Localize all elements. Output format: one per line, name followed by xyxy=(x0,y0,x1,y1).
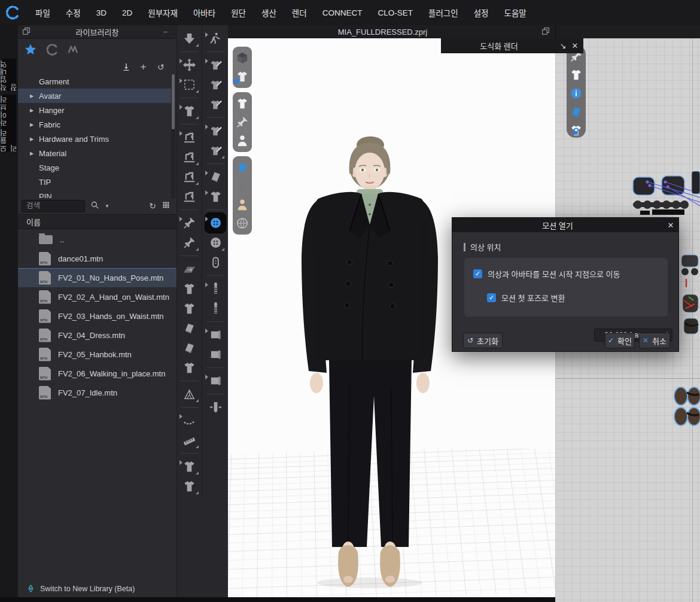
switch-library-link[interactable]: Switch to New Library (Beta) xyxy=(18,580,176,597)
drape-fabric-tool[interactable] xyxy=(179,318,200,338)
tree-item[interactable]: ▶Avatar xyxy=(18,89,171,103)
tab-modular-library[interactable]: 모듈러 라이브러리 xyxy=(2,95,16,152)
move-to-start-checkbox[interactable]: ✓ xyxy=(473,269,482,278)
library-tree-scrollbar[interactable] xyxy=(171,74,175,198)
file-row[interactable]: MTNFV2_01_No_Hands_Pose.mtn xyxy=(18,268,176,287)
tape-measure-tool[interactable] xyxy=(179,411,200,430)
dialog-titlebar[interactable]: 모션 열기 ✕ xyxy=(452,218,678,232)
tree-expand-icon[interactable]: ▶ xyxy=(30,136,38,142)
zipper-edit-tool[interactable] xyxy=(205,299,226,318)
project-titlebar[interactable]: MIA_FULLDRESSED.zprj xyxy=(228,25,555,38)
file-row[interactable]: MTNFV2_07_Idle.mtn xyxy=(18,383,176,402)
ruler-measure-tool[interactable] xyxy=(179,430,200,450)
tree-item[interactable]: ▶Material xyxy=(18,146,171,160)
fit-garment-tool[interactable] xyxy=(179,358,200,378)
pattern-cluster-annotated[interactable] xyxy=(680,251,700,347)
sew-garment-3-tool[interactable] xyxy=(205,121,226,141)
render-style-toggle[interactable] xyxy=(236,51,249,65)
show-garment-toggle[interactable] xyxy=(236,97,249,110)
file-row[interactable]: MTNdance01.mtn xyxy=(18,249,176,268)
fabric-roll-c-tool[interactable] xyxy=(205,371,226,391)
tree-item[interactable]: ▶Fabric xyxy=(18,117,171,132)
sew-garment-1-tool[interactable] xyxy=(205,75,226,95)
tree-expand-icon[interactable]: ▶ xyxy=(30,151,38,156)
pin-tack-tool[interactable] xyxy=(179,213,200,233)
menu-item-0[interactable]: 파일 xyxy=(28,3,58,22)
tree-expand-icon[interactable]: ▶ xyxy=(30,108,38,113)
avatar-3d[interactable] xyxy=(294,135,451,591)
menu-item-11[interactable]: 플러그인 xyxy=(421,3,466,22)
steamer-tool[interactable] xyxy=(205,397,226,417)
garment-jacket-tool[interactable] xyxy=(179,279,200,299)
download-library-icon[interactable] xyxy=(121,62,131,72)
menu-item-9[interactable]: CONNECT xyxy=(315,5,370,21)
drape-reset-tool[interactable] xyxy=(179,338,200,358)
file-row[interactable]: MTNFV2_04_Dress.mtn xyxy=(18,326,176,345)
search-input[interactable] xyxy=(22,200,85,212)
fabric-transfer-tool[interactable] xyxy=(205,167,226,187)
collapse-panel-icon[interactable]: ← xyxy=(162,26,173,37)
button-place-tool[interactable] xyxy=(205,213,226,233)
select-move-tool[interactable] xyxy=(179,55,200,75)
tree-item[interactable]: ▶Hanger xyxy=(18,103,171,117)
dialog-close-icon[interactable]: ✕ xyxy=(663,221,678,230)
texture-checker-tool[interactable] xyxy=(205,187,226,206)
zipper-draw-tool[interactable] xyxy=(205,279,226,299)
refresh-icon[interactable]: ↻ xyxy=(149,201,156,211)
file-row[interactable]: MTNFV2_02_A_Hand_on_Waist.mtn xyxy=(18,287,176,306)
tab-history-window[interactable]: 작업내역창 xyxy=(2,59,16,91)
tree-expand-icon[interactable]: ▶ xyxy=(30,93,38,99)
sew-edit-tool[interactable] xyxy=(205,55,226,75)
free-sewing-tool[interactable] xyxy=(179,147,200,167)
menu-item-1[interactable]: 수정 xyxy=(58,3,89,22)
reset-button[interactable]: ↺ 초기화 xyxy=(463,333,503,348)
motion-walk-tool[interactable] xyxy=(205,29,226,48)
show-avatar-toggle[interactable] xyxy=(236,134,249,147)
dock-panel-icon[interactable]: ↘ xyxy=(557,41,569,50)
favorites-tab-star-icon[interactable] xyxy=(24,43,37,56)
file-row[interactable]: MTNFV2_06_Walking_in_place.mtn xyxy=(18,364,176,383)
ok-button[interactable]: ✓ 확인 xyxy=(605,333,635,348)
tree-item[interactable]: PIN xyxy=(18,189,171,198)
menu-item-3[interactable]: 2D xyxy=(114,5,140,21)
pattern-cluster-selected[interactable] xyxy=(629,171,700,217)
fabric-front-view-toggle[interactable] xyxy=(236,161,249,174)
menu-item-13[interactable]: 도움말 xyxy=(497,3,534,22)
file-row[interactable]: MTNFV2_05_Hanbok.mtn xyxy=(18,345,176,364)
detail-sewing-tool[interactable] xyxy=(179,167,200,187)
avatar-skin-view-toggle[interactable] xyxy=(236,198,249,211)
menu-item-6[interactable]: 원단 xyxy=(223,3,254,22)
undock-panel-icon[interactable] xyxy=(22,26,32,37)
garment-fit-map-toggle[interactable] xyxy=(236,70,249,83)
tree-item[interactable]: TIP xyxy=(18,175,171,189)
sew-garment-4-tool[interactable] xyxy=(205,141,226,160)
mesh-quality-tool[interactable] xyxy=(179,384,200,404)
file-row[interactable]: MTNFV2_03_Hands_on_Waist.mtn xyxy=(18,306,176,326)
simulate-tool[interactable] xyxy=(179,29,200,48)
file-row[interactable]: .. xyxy=(18,230,176,249)
render-panel-header[interactable]: 도식화 렌더 ↘ ✕ xyxy=(441,38,583,53)
garment-measure-edit-tool[interactable] xyxy=(179,476,200,496)
reset-library-icon[interactable]: ↺ xyxy=(156,62,166,72)
pattern-window-titlebar[interactable] xyxy=(555,25,700,38)
select-box-tool[interactable] xyxy=(179,75,200,95)
pattern-cluster-shoes[interactable] xyxy=(674,384,700,442)
file-list-header[interactable]: 이름 xyxy=(18,214,176,229)
menu-item-12[interactable]: 설정 xyxy=(466,3,497,22)
close-render-panel-icon[interactable]: ✕ xyxy=(569,41,581,50)
pattern-info-toggle[interactable] xyxy=(570,87,583,100)
search-filter-caret-icon[interactable]: ▼ xyxy=(105,203,109,209)
tree-item[interactable]: ▶Hardware and Trims xyxy=(18,132,171,146)
fabric-view-2d-toggle[interactable] xyxy=(570,105,583,118)
garment-pieces-tool[interactable] xyxy=(179,299,200,318)
menu-item-8[interactable]: 렌더 xyxy=(284,3,315,22)
show-grid-world-toggle[interactable] xyxy=(236,217,249,230)
tree-item[interactable]: Garment xyxy=(18,74,171,89)
cancel-button[interactable]: ✕ 취소 xyxy=(639,333,670,348)
show-pins-toggle[interactable] xyxy=(236,115,249,129)
arrange-garment-tool[interactable] xyxy=(179,101,200,121)
tree-item[interactable]: Stage xyxy=(18,160,171,175)
button-tool[interactable] xyxy=(205,233,226,253)
marvelous-library-tab-icon[interactable] xyxy=(67,43,80,56)
view-mode-grid-icon[interactable] xyxy=(162,200,171,211)
